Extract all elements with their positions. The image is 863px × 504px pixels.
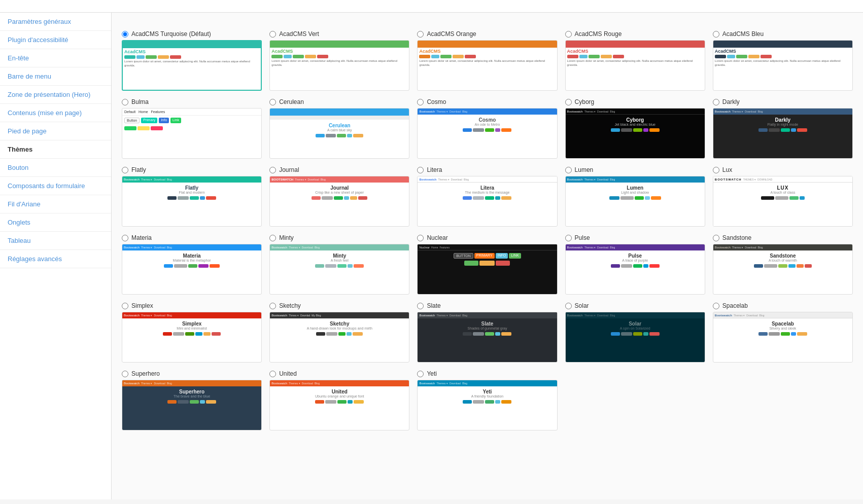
theme-radio-sketchy[interactable]	[269, 303, 276, 309]
theme-item-acad-turquoise[interactable]: AcadCMS Turquoise (Défaut) AcadCMS Lorem…	[122, 30, 262, 91]
theme-radio-lux[interactable]	[713, 167, 719, 173]
theme-radio-nuclear[interactable]	[417, 235, 424, 241]
theme-label-acad-vert[interactable]: AcadCMS Vert	[269, 30, 409, 38]
theme-item-solar[interactable]: Solar Bootswatch Themes ▾ Download Blog …	[565, 302, 705, 363]
theme-radio-acad-vert[interactable]	[269, 31, 276, 38]
theme-radio-materia[interactable]	[122, 235, 128, 241]
theme-radio-cerulean[interactable]	[269, 99, 276, 105]
theme-label-lux[interactable]: Lux	[713, 166, 853, 173]
theme-label-minty[interactable]: Minty	[269, 234, 409, 241]
theme-item-journal[interactable]: Journal BOOTSWATCH Themes ▾ Download Blo…	[269, 166, 409, 227]
theme-radio-flatly[interactable]	[122, 167, 128, 173]
theme-radio-acad-orange[interactable]	[417, 31, 424, 38]
theme-radio-acad-rouge[interactable]	[565, 31, 572, 38]
theme-label-superhero[interactable]: Superhero	[122, 370, 262, 377]
theme-item-lumen[interactable]: Lumen Bootswatch Themes ▾ Download Blog …	[565, 166, 705, 227]
theme-radio-pulse[interactable]	[565, 235, 572, 241]
theme-item-minty[interactable]: Minty Bootswatch Themes ▾ Download Blog …	[269, 234, 409, 295]
theme-label-flatly[interactable]: Flatly	[122, 166, 262, 173]
theme-item-superhero[interactable]: Superhero Bootswatch Themes ▾ Download B…	[122, 370, 262, 430]
theme-label-nuclear[interactable]: Nuclear	[417, 234, 557, 241]
theme-radio-litera[interactable]	[417, 167, 424, 173]
theme-item-acad-rouge[interactable]: AcadCMS Rouge AcadCMS Lorem ipsum dolor …	[565, 30, 705, 91]
theme-radio-spacelab[interactable]	[713, 303, 719, 309]
theme-radio-solar[interactable]	[565, 303, 572, 309]
theme-label-materia[interactable]: Materia	[122, 234, 262, 241]
theme-preview-slate: Bootswatch Themes ▾ Download Blog Slate …	[417, 312, 557, 363]
theme-item-acad-vert[interactable]: AcadCMS Vert AcadCMS Lorem ipsum dolor s…	[269, 30, 409, 91]
theme-radio-lumen[interactable]	[565, 167, 572, 173]
theme-item-litera[interactable]: Litera Bootswatch Themes ▾ Download Blog…	[417, 166, 557, 227]
theme-label-cyborg[interactable]: Cyborg	[565, 98, 705, 105]
sidebar-item-contenus[interactable]: Contenus (mise en page)	[0, 104, 111, 122]
theme-label-acad-bleu[interactable]: AcadCMS Bleu	[713, 30, 853, 38]
theme-label-lumen[interactable]: Lumen	[565, 166, 705, 173]
theme-radio-united[interactable]	[269, 371, 276, 377]
theme-radio-yeti[interactable]	[417, 371, 424, 377]
theme-radio-simplex[interactable]	[122, 303, 128, 309]
theme-label-spacelab[interactable]: Spacelab	[713, 302, 853, 309]
sidebar-item-plugin-accessibilite[interactable]: Plugin d'accessibilité	[0, 31, 111, 49]
sidebar-item-tableau[interactable]: Tableau	[0, 232, 111, 250]
theme-label-text-minty: Minty	[279, 234, 294, 241]
sidebar-item-zone-presentation[interactable]: Zone de présentation (Hero)	[0, 86, 111, 104]
theme-item-bulma[interactable]: Bulma Default Home Features Button Prima…	[122, 98, 262, 159]
theme-item-slate[interactable]: Slate Bootswatch Themes ▾ Download Blog …	[417, 302, 557, 363]
sidebar-item-barre-menu[interactable]: Barre de menu	[0, 67, 111, 86]
theme-item-yeti[interactable]: Yeti Bootswatch Themes ▾ Download Blog Y…	[417, 370, 557, 430]
theme-label-text-materia: Materia	[131, 234, 152, 241]
theme-label-acad-orange[interactable]: AcadCMS Orange	[417, 30, 557, 38]
theme-label-pulse[interactable]: Pulse	[565, 234, 705, 241]
sidebar-item-pied-page[interactable]: Pied de page	[0, 122, 111, 140]
theme-label-litera[interactable]: Litera	[417, 166, 557, 173]
theme-item-acad-orange[interactable]: AcadCMS Orange AcadCMS Lorem ipsum dolor…	[417, 30, 557, 91]
theme-label-yeti[interactable]: Yeti	[417, 370, 557, 377]
theme-item-nuclear[interactable]: Nuclear Nuclear Home Features BUTTON PRI…	[417, 234, 557, 295]
theme-label-solar[interactable]: Solar	[565, 302, 705, 309]
theme-item-sketchy[interactable]: Sketchy Bootswatch Thmes ▾ Downlad My Bl…	[269, 302, 409, 363]
theme-item-cosmo[interactable]: Cosmo Bootswatch Themes ▾ Download Blog …	[417, 98, 557, 159]
theme-item-united[interactable]: United Bootswatch Themes ▾ Download Blog…	[269, 370, 409, 430]
theme-label-bulma[interactable]: Bulma	[122, 98, 262, 105]
theme-label-acad-turquoise[interactable]: AcadCMS Turquoise (Défaut)	[122, 30, 262, 38]
theme-radio-minty[interactable]	[269, 235, 276, 241]
sidebar-item-parametres-generaux[interactable]: Paramètres généraux	[0, 13, 111, 31]
theme-label-journal[interactable]: Journal	[269, 166, 409, 173]
theme-radio-slate[interactable]	[417, 303, 424, 309]
theme-radio-acad-turquoise[interactable]	[122, 31, 128, 38]
theme-radio-cyborg[interactable]	[565, 99, 572, 105]
theme-item-spacelab[interactable]: Spacelab Bootswatch Themes ▾ Download Bl…	[713, 302, 853, 363]
sidebar-item-en-tete[interactable]: En-tête	[0, 49, 111, 67]
sidebar-item-bouton[interactable]: Bouton	[0, 159, 111, 177]
theme-radio-journal[interactable]	[269, 167, 276, 173]
theme-item-lux[interactable]: Lux BOOTSWATCH THEMES ▾ DOWNLOAD LUX A t…	[713, 166, 853, 227]
sidebar-item-composants-formulaire[interactable]: Composants du formulaire	[0, 177, 111, 195]
theme-label-sandstone[interactable]: Sandstone	[713, 234, 853, 241]
sidebar-item-reglages-avances[interactable]: Réglages avancés	[0, 250, 111, 268]
theme-label-acad-rouge[interactable]: AcadCMS Rouge	[565, 30, 705, 38]
theme-radio-bulma[interactable]	[122, 99, 128, 105]
theme-item-cerulean[interactable]: Cerulean Cerulean A calm blue sky	[269, 98, 409, 159]
theme-radio-sandstone[interactable]	[713, 235, 719, 241]
theme-label-cosmo[interactable]: Cosmo	[417, 98, 557, 105]
theme-item-acad-bleu[interactable]: AcadCMS Bleu AcadCMS Lorem ipsum dolor s…	[713, 30, 853, 91]
theme-item-sandstone[interactable]: Sandstone Bootswatch Themes ▾ Download B…	[713, 234, 853, 295]
theme-label-darkly[interactable]: Darkly	[713, 98, 853, 105]
theme-radio-cosmo[interactable]	[417, 99, 424, 105]
theme-label-cerulean[interactable]: Cerulean	[269, 98, 409, 105]
theme-radio-acad-bleu[interactable]	[713, 31, 719, 38]
theme-item-pulse[interactable]: Pulse Bootswatch Themes ▾ Download Blog …	[565, 234, 705, 295]
theme-label-sketchy[interactable]: Sketchy	[269, 302, 409, 309]
theme-label-simplex[interactable]: Simplex	[122, 302, 262, 309]
theme-item-flatly[interactable]: Flatly Bootswatch Themes ▾ Download Blog…	[122, 166, 262, 227]
theme-label-united[interactable]: United	[269, 370, 409, 377]
theme-radio-darkly[interactable]	[713, 99, 719, 105]
theme-radio-superhero[interactable]	[122, 371, 128, 377]
sidebar-item-fil-ariane[interactable]: Fil d'Ariane	[0, 195, 111, 213]
theme-item-darkly[interactable]: Darkly Bootswatch Themes ▾ Download Blog…	[713, 98, 853, 159]
theme-label-slate[interactable]: Slate	[417, 302, 557, 309]
theme-item-materia[interactable]: Materia Bootswatch Themes ▾ Download Blo…	[122, 234, 262, 295]
theme-item-simplex[interactable]: Simplex Bootswatch Themes ▾ Download Blo…	[122, 302, 262, 363]
theme-item-cyborg[interactable]: Cyborg Bootswatch Themes ▾ Download Blog…	[565, 98, 705, 159]
sidebar-item-onglets[interactable]: Onglets	[0, 213, 111, 232]
